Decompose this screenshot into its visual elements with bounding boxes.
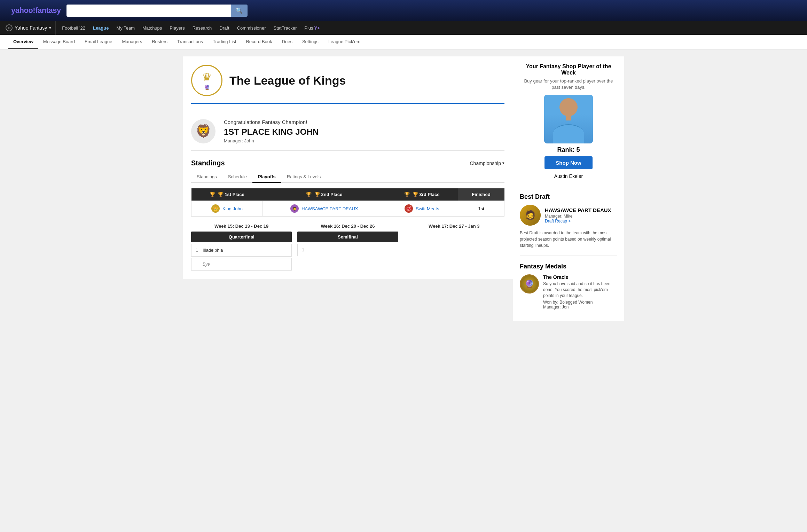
best-draft-title: Best Draft (520, 193, 617, 201)
sub-nav-record-book[interactable]: Record Book (241, 35, 277, 49)
nav-brand[interactable]: ⚙ Yahoo Fantasy ▾ (6, 21, 56, 35)
nav-brand-label: Yahoo Fantasy (15, 25, 47, 31)
sub-nav-rosters[interactable]: Rosters (147, 35, 172, 49)
draft-team-name: HAWSAWCE PART DEAUX (545, 207, 611, 213)
champion-team-name: 1ST PLACE KING JOHN (224, 127, 319, 137)
search-button[interactable]: 🔍 (231, 5, 248, 17)
player-name: Austin Ekeler (520, 173, 617, 179)
championship-dropdown[interactable]: Championship ▾ (470, 161, 505, 166)
standings-title: Standings (191, 159, 225, 167)
draft-team: 🧔 HAWSAWCE PART DEAUX Manager: Mike Draf… (520, 205, 617, 226)
nav-link-stattracker[interactable]: StatTracker (270, 21, 300, 35)
bracket-section: Week 15: Dec 13 - Dec 19 Quarterfinal 1 … (191, 224, 504, 271)
nav-link-commissioner[interactable]: Commissioner (234, 21, 269, 35)
brand-chevron: ▾ (49, 26, 51, 30)
week17-label: Week 17: Dec 27 - Jan 3 (404, 224, 504, 229)
player-body (553, 124, 584, 143)
col-finished: Finished (458, 188, 504, 201)
nav-link-players[interactable]: Players (166, 21, 188, 35)
draft-team-info: HAWSAWCE PART DEAUX Manager: Mike Draft … (545, 207, 611, 224)
dropdown-chevron: ▾ (502, 161, 504, 165)
search-bar: 🔍 (66, 5, 248, 17)
site-logo: yahoo!fantasy (11, 6, 61, 15)
medal-info: The Oracle So you have said and so it ha… (543, 274, 617, 309)
champion-section: 🦁 Congratulations Fantasy Champion! 1ST … (191, 112, 504, 151)
main-nav: ⚙ Yahoo Fantasy ▾ Football '22 League My… (0, 21, 807, 35)
nav-link-matchups[interactable]: Matchups (139, 21, 165, 35)
bracket-team-1: 1 Illadelphia (191, 244, 292, 257)
seed-semi: 1 (302, 248, 306, 252)
draft-recap-link[interactable]: Draft Recap > (545, 219, 611, 224)
sub-nav-email-league[interactable]: Email League (80, 35, 117, 49)
nav-link-league[interactable]: League (89, 21, 112, 35)
second-place-avatar: 🧔 (290, 204, 299, 213)
sidebar: Your Fantasy Shop Player of the Week Buy… (513, 56, 624, 321)
quarterfinal-box: Quarterfinal (191, 232, 292, 242)
oracle-medal-icon: 🔮 (520, 274, 539, 294)
nav-link-myteam[interactable]: My Team (113, 21, 138, 35)
week16-column: Week 16: Dec 20 - Dec 26 Semifinal 1 (297, 224, 398, 271)
league-logo: ♛ 🔮 (191, 65, 222, 96)
search-input[interactable] (66, 5, 231, 17)
standings-header: Standings Championship ▾ (191, 159, 504, 167)
shop-now-button[interactable]: Shop Now (544, 156, 592, 169)
second-place-cell: 🧔 HAWSAWCE PART DEAUX (263, 201, 386, 217)
bracket-weeks: Week 15: Dec 13 - Dec 19 Quarterfinal 1 … (191, 224, 504, 271)
tab-ratings[interactable]: Ratings & Levels (281, 171, 327, 183)
brand-icon: ⚙ (6, 24, 13, 31)
col-first-place: 🏆 🏆 1st Place (191, 188, 263, 201)
sub-nav-overview[interactable]: Overview (8, 35, 38, 49)
tab-playoffs[interactable]: Playoffs (252, 171, 281, 183)
rank-text: Rank: 5 (520, 146, 617, 154)
nav-link-research[interactable]: Research (189, 21, 216, 35)
second-place-team[interactable]: HAWSAWCE PART DEAUX (301, 206, 358, 211)
sub-nav-pickem[interactable]: League Pick'em (323, 35, 365, 49)
nav-plus[interactable]: Plus Y+ (301, 21, 323, 35)
bracket-bye: Bye (191, 258, 292, 271)
medals-title: Fantasy Medals (520, 263, 617, 270)
draft-description: Best Draft is awarded to the team with t… (520, 230, 617, 249)
week17-column: Week 17: Dec 27 - Jan 3 (404, 224, 504, 271)
champion-manager: Manager: John (224, 138, 319, 143)
nav-link-draft[interactable]: Draft (216, 21, 233, 35)
medal-item: 🔮 The Oracle So you have said and so it … (520, 274, 617, 309)
team-illadelphia: Illadelphia (203, 248, 223, 253)
sub-nav-trading-list[interactable]: Trading List (208, 35, 241, 49)
nav-link-football[interactable]: Football '22 (58, 21, 89, 35)
tab-standings[interactable]: Standings (191, 171, 222, 183)
shop-section: Your Fantasy Shop Player of the Week Buy… (520, 63, 617, 186)
medals-section: Fantasy Medals 🔮 The Oracle So you have … (520, 263, 617, 313)
first-place-avatar: 👑 (211, 204, 220, 213)
draft-avatar: 🧔 (520, 205, 541, 226)
crown-icon: ♛ (202, 71, 212, 84)
finished-cell: 1st (458, 201, 504, 217)
player-portrait (544, 95, 593, 143)
champion-info: Congratulations Fantasy Champion! 1ST PL… (224, 119, 319, 143)
third-place-avatar: 🥩 (405, 204, 413, 213)
medal-description: So you have said and so it has been done… (543, 281, 617, 298)
seed-1: 1 (196, 248, 200, 253)
sub-nav-dues[interactable]: Dues (277, 35, 297, 49)
league-header: ♛ 🔮 The League of Kings (191, 65, 504, 104)
week15-label: Week 15: Dec 13 - Dec 19 (191, 224, 292, 229)
shop-subtitle: Buy gear for your top-ranked player over… (520, 78, 617, 91)
player-head (559, 98, 578, 116)
first-place-team[interactable]: King John (222, 206, 243, 211)
bye-label: Bye (203, 262, 210, 267)
sub-nav-transactions[interactable]: Transactions (172, 35, 208, 49)
player-neck (566, 115, 571, 120)
third-place-team[interactable]: Swift Meats (416, 206, 439, 211)
champion-avatar: 🦁 (191, 119, 216, 143)
league-title: The League of Kings (229, 74, 346, 87)
medal-name: The Oracle (543, 274, 617, 280)
compass-icon: 🔮 (204, 85, 210, 90)
nav-links: Football '22 League My Team Matchups Pla… (58, 21, 323, 35)
sub-nav-message-board[interactable]: Message Board (38, 35, 80, 49)
top-header: yahoo!fantasy 🔍 (0, 0, 807, 21)
col-third-place: 🏆 🏆 3rd Place (386, 188, 458, 201)
first-place-cell: 👑 King John (191, 201, 263, 217)
third-place-cell: 🥩 Swift Meats (386, 201, 458, 217)
tab-schedule[interactable]: Schedule (222, 171, 252, 183)
sub-nav-managers[interactable]: Managers (117, 35, 147, 49)
sub-nav-settings[interactable]: Settings (297, 35, 323, 49)
